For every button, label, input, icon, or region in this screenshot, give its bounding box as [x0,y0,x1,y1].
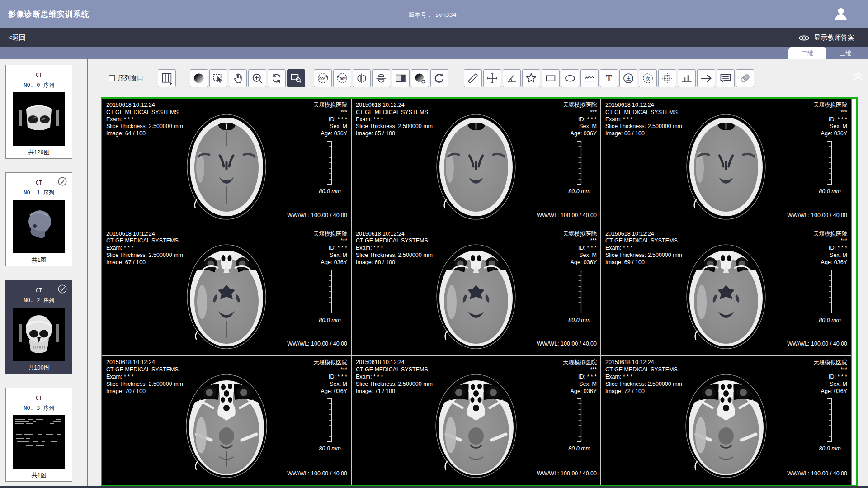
series-card-2[interactable]: CT NO. 2 序列 共100图 [5,280,72,374]
scale-ruler-icon [575,141,582,185]
tool-roi-rect[interactable] [658,69,676,87]
ct-image-cell-3[interactable]: 20150618 10:12:24 CT GE MEDICAL SYSTEMS … [102,227,352,356]
viewer: 20150618 10:12:24 CT GE MEDICAL SYSTEMS … [101,97,858,486]
tool-measure-rect[interactable] [542,69,560,87]
modality-manufacturer: CT GE MEDICAL SYSTEMS [605,366,682,374]
ct-image-cell-7[interactable]: 20150618 10:12:24 CT GE MEDICAL SYSTEMS … [352,356,601,485]
study-datetime: 20150618 10:12:24 [106,231,183,238]
nav-bar: <返回 显示教师答案 [0,28,868,47]
tool-measure-angle[interactable] [503,69,521,87]
tool-flip-vertical[interactable] [372,69,390,87]
user-icon[interactable] [833,6,849,22]
tool-rotate[interactable] [268,69,286,87]
tab-3d[interactable]: 三维 [826,47,864,59]
study-datetime: 20150618 10:12:24 [356,102,433,109]
ct-image-cell-5[interactable]: 20150618 10:12:24 CT GE MEDICAL SYSTEMS … [601,227,851,356]
patient-age: Age: 036Y [813,388,847,395]
scale-label: 80.0 mm [319,188,341,194]
window-level-label: WW/WL: 100.00 / 40.00 [787,212,847,218]
tool-measure-star[interactable] [522,69,540,87]
masked-name: *** [813,109,847,116]
tool-window-sphere[interactable] [190,69,208,87]
ct-image-cell-1[interactable]: 20150618 10:12:24 CT GE MEDICAL SYSTEMS … [352,99,601,227]
tool-eraser[interactable] [736,69,754,87]
hospital-name: 天堰模拟医院 [813,231,847,238]
patient-sex: Sex: M [313,252,347,259]
hospital-name: 天堰模拟医院 [563,359,597,366]
modality-manufacturer: CT GE MEDICAL SYSTEMS [605,109,682,116]
toolbar: 序列窗口 90°90°T主次 [88,59,868,97]
series-window-checkbox[interactable] [109,75,115,81]
tool-comment-bubble[interactable] [717,69,735,87]
image-number: Image: 72 / 100 [605,388,682,395]
tab-2d[interactable]: 二维 [788,47,826,59]
show-teacher-answer-button[interactable]: 显示教师答案 [798,33,854,42]
ct-image-cell-2[interactable]: 20150618 10:12:24 CT GE MEDICAL SYSTEMS … [601,99,851,227]
collapse-toolbar-chevrons-icon[interactable] [852,71,864,81]
tool-measure-curve[interactable] [580,69,599,87]
series-card-3[interactable]: CT NO. 3 序列 共1图 [5,388,72,482]
tool-profile-histogram[interactable] [678,69,696,87]
tool-secondary-mark[interactable]: 次 [639,69,657,87]
tool-rotate-90-ccw[interactable]: 90° [314,69,332,87]
patient-age: Age: 036Y [563,388,597,395]
back-button[interactable]: <返回 [8,33,26,42]
window-level-label: WW/WL: 100.00 / 40.00 [537,470,597,477]
series-count: 共1图 [6,471,72,479]
scale-label: 80.0 mm [319,317,341,323]
tool-rotate-90-cw[interactable]: 90° [333,69,351,87]
tool-measure-ellipse[interactable] [561,69,579,87]
ct-image-cell-8[interactable]: 20150618 10:12:24 CT GE MEDICAL SYSTEMS … [601,356,851,485]
modality-manufacturer: CT GE MEDICAL SYSTEMS [106,237,183,245]
window-level-label: WW/WL: 100.00 / 40.00 [287,341,347,347]
tool-reset[interactable] [430,69,448,87]
masked-name: *** [813,237,847,245]
series-card-1[interactable]: CT NO. 1 序列 共1图 [5,172,72,266]
exam-label: Exam: * * * [356,116,433,123]
tool-measure-cross[interactable] [483,69,501,87]
exam-label: Exam: * * * [605,116,682,123]
study-datetime: 20150618 10:12:24 [106,102,183,109]
viewer-scrollbar[interactable] [851,99,856,485]
tool-measure-line[interactable] [464,69,482,87]
tool-zoom-region[interactable] [287,69,305,87]
study-datetime: 20150618 10:12:24 [106,359,183,366]
patient-sex: Sex: M [563,252,597,259]
ct-image-cell-4[interactable]: 20150618 10:12:24 CT GE MEDICAL SYSTEMS … [352,227,601,356]
window-level-label: WW/WL: 100.00 / 40.00 [787,470,847,477]
scale-label: 80.0 mm [319,445,341,452]
view-mode-tabs: 二维 三维 [0,47,868,59]
exam-label: Exam: * * * [106,374,183,381]
tool-invert[interactable] [392,69,410,87]
tool-layout-columns[interactable] [158,69,176,87]
series-thumbnail [13,415,65,469]
ct-brain-image [176,238,278,352]
tool-text-annotation[interactable]: T [600,69,618,87]
ct-image-cell-0[interactable]: 20150618 10:12:24 CT GE MEDICAL SYSTEMS … [102,99,352,227]
content: CT NO. 0 序列 共129图 CT NO. 1 序列 共1图 CT NO.… [0,59,868,486]
tool-zoom-in[interactable] [248,69,266,87]
patient-id: ID: * * * [313,374,347,381]
cell-overlay-topright: 天堰模拟医院 *** ID: * * * Sex: M Age: 036Y [813,359,847,395]
series-window-toggle[interactable]: 序列窗口 [109,74,143,82]
tool-select[interactable] [209,69,227,87]
cell-overlay-topright: 天堰模拟医院 *** ID: * * * Sex: M Age: 036Y [563,102,597,137]
ct-brain-image [675,109,777,223]
patient-sex: Sex: M [563,123,597,130]
series-name: NO. 3 序列 [6,404,72,412]
ct-image-cell-6[interactable]: 20150618 10:12:24 CT GE MEDICAL SYSTEMS … [102,356,352,485]
slice-thickness: Slice Thickness: 2.500000 mm [106,252,183,259]
cell-overlay-topright: 天堰模拟医院 *** ID: * * * Sex: M Age: 036Y [813,231,847,266]
patient-sex: Sex: M [813,123,847,130]
masked-name: *** [563,237,597,245]
tool-flip-horizontal[interactable] [353,69,371,87]
tool-primary-mark[interactable]: 主 [619,69,637,87]
slice-thickness: Slice Thickness: 2.500000 mm [356,123,433,130]
tool-pan[interactable] [229,69,247,87]
tool-arrow-annotation[interactable] [697,69,715,87]
cell-overlay-topright: 天堰模拟医院 *** ID: * * * Sex: M Age: 036Y [313,359,347,395]
version-value: svn334 [435,11,457,18]
series-modality: CT [6,395,72,401]
tool-pseudo-color[interactable] [411,69,429,87]
series-card-0[interactable]: CT NO. 0 序列 共129图 [5,65,72,159]
